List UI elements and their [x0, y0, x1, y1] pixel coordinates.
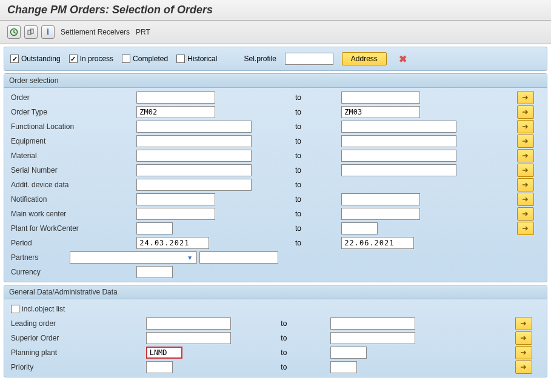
address-button-label: Address — [351, 55, 378, 63]
leading-order-to-label: to — [279, 316, 329, 331]
serial-number-label: Serial Number — [9, 163, 135, 178]
notification-to-label: to — [293, 192, 339, 207]
material-label: Material — [9, 148, 135, 163]
incl-object-list-label: incl.object list — [22, 305, 65, 313]
order-to-label: to — [293, 90, 339, 105]
priority-to-label: to — [279, 360, 329, 374]
plant-wc-label: Plant for WorkCenter — [9, 221, 135, 236]
order-to-input[interactable] — [341, 91, 420, 104]
period-to-input[interactable] — [341, 237, 414, 249]
superior-order-from-input[interactable] — [146, 332, 231, 344]
plant-wc-to-label: to — [293, 221, 339, 236]
order-selection-header: Order selection — [4, 74, 547, 88]
material-from-input[interactable] — [136, 150, 252, 162]
planning-plant-from-input[interactable] — [146, 347, 182, 359]
currency-label: Currency — [9, 265, 135, 279]
info-button[interactable]: i — [41, 25, 55, 39]
period-from-input[interactable] — [136, 237, 209, 249]
execute-button[interactable] — [7, 25, 21, 39]
notification-to-input[interactable] — [341, 193, 420, 205]
order-type-from-input[interactable] — [136, 106, 215, 118]
notification-multi-button[interactable] — [517, 193, 534, 206]
main-work-center-to-input[interactable] — [341, 208, 420, 220]
order-from-input[interactable] — [136, 91, 215, 104]
prt-link[interactable]: PRT — [136, 28, 150, 36]
settlement-receivers-link[interactable]: Settlement Receivers — [61, 28, 130, 36]
priority-label: Priority — [9, 360, 144, 374]
period-to-label: to — [293, 236, 339, 250]
currency-input[interactable] — [136, 266, 173, 278]
general-data-grid: incl.object list Leading order to Superi… — [9, 302, 542, 374]
leading-order-label: Leading order — [9, 316, 144, 331]
sel-profile-label: Sel.profile — [244, 55, 276, 63]
planning-plant-to-input[interactable] — [330, 347, 367, 359]
notification-from-input[interactable] — [136, 193, 215, 205]
plant-wc-multi-button[interactable] — [517, 222, 534, 235]
in-process-checkbox[interactable] — [69, 55, 78, 63]
material-multi-button[interactable] — [517, 149, 534, 162]
plant-wc-from-input[interactable] — [136, 222, 173, 234]
historical-checkbox[interactable] — [176, 55, 185, 63]
addit-device-multi-button[interactable] — [517, 178, 534, 191]
toolbar: i Settlement Receivers PRT — [0, 21, 551, 44]
superior-order-label: Superior Order — [9, 331, 144, 345]
sel-profile-input[interactable] — [285, 53, 333, 65]
func-loc-to-input[interactable] — [341, 121, 456, 133]
equipment-label: Equipment — [9, 134, 135, 148]
serial-number-to-input[interactable] — [341, 164, 456, 176]
order-status-panel: Outstanding In process Completed Histori… — [4, 47, 547, 71]
info-icon: i — [47, 27, 49, 37]
page-title-text: Change PM Orders: Selection of Orders — [7, 4, 213, 16]
leading-order-from-input[interactable] — [146, 317, 231, 330]
func-loc-multi-button[interactable] — [517, 120, 534, 133]
order-selection-panel: Order selection Order to Order Type to — [4, 73, 547, 282]
priority-to-input[interactable] — [330, 361, 357, 373]
main-work-center-label: Main work center — [9, 207, 135, 221]
completed-label: Completed — [133, 55, 168, 63]
order-label: Order — [9, 90, 135, 105]
equipment-from-input[interactable] — [136, 135, 252, 147]
order-type-to-input[interactable] — [341, 106, 420, 118]
func-loc-from-input[interactable] — [136, 121, 252, 133]
general-data-header: General Data/Administrative Data — [4, 285, 547, 299]
order-multi-button[interactable] — [517, 91, 534, 104]
addit-device-from-input[interactable] — [136, 179, 252, 191]
partners-input[interactable] — [199, 251, 278, 264]
variants-button[interactable] — [24, 25, 38, 39]
planning-plant-label: Planning plant — [9, 345, 144, 360]
leading-order-to-input[interactable] — [330, 317, 415, 330]
material-to-input[interactable] — [341, 150, 456, 162]
main-work-center-from-input[interactable] — [136, 208, 215, 220]
completed-checkbox[interactable] — [122, 55, 130, 63]
address-button[interactable]: Address — [342, 52, 387, 65]
planning-plant-multi-button[interactable] — [515, 346, 532, 359]
material-to-label: to — [293, 148, 339, 163]
order-type-multi-button[interactable] — [517, 105, 534, 119]
incl-object-list-checkbox[interactable] — [11, 305, 19, 313]
leading-order-multi-button[interactable] — [515, 317, 532, 330]
notification-label: Notification — [9, 192, 135, 207]
equipment-to-input[interactable] — [341, 135, 456, 147]
superior-order-multi-button[interactable] — [515, 331, 532, 345]
page-title: Change PM Orders: Selection of Orders — [0, 0, 551, 21]
equipment-to-label: to — [293, 134, 339, 148]
func-loc-to-label: to — [293, 119, 339, 134]
addit-device-to-label: to — [293, 178, 339, 192]
priority-from-input[interactable] — [146, 361, 173, 373]
serial-number-from-input[interactable] — [136, 164, 252, 176]
serial-number-to-label: to — [293, 163, 339, 178]
plant-wc-to-input[interactable] — [341, 222, 378, 234]
delete-icon[interactable]: ✖ — [399, 53, 407, 65]
priority-multi-button[interactable] — [515, 360, 532, 374]
main-work-center-multi-button[interactable] — [517, 207, 534, 221]
equipment-multi-button[interactable] — [517, 135, 534, 148]
superior-order-to-input[interactable] — [330, 332, 415, 344]
in-process-label: In process — [80, 55, 113, 63]
order-type-label: Order Type — [9, 105, 135, 119]
serial-number-multi-button[interactable] — [517, 164, 534, 177]
partners-dropdown[interactable]: ▼ — [70, 251, 197, 264]
order-type-to-label: to — [293, 105, 339, 119]
order-selection-grid: Order to Order Type to Functional Lo — [9, 90, 542, 279]
outstanding-checkbox[interactable] — [10, 55, 19, 63]
dropdown-arrow-icon: ▼ — [187, 254, 193, 261]
